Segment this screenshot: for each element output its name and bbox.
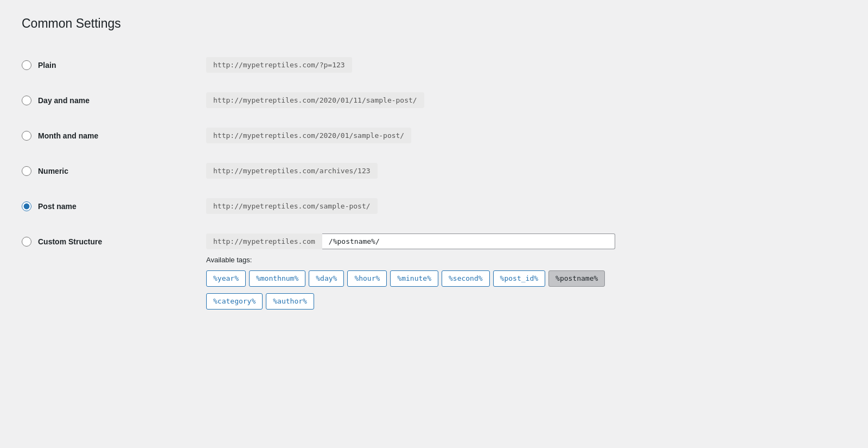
option-row-numeric: Numeric http://mypetreptiles.com/archive… (22, 153, 846, 188)
option-row-custom-structure: Custom Structure http://mypetreptiles.co… (22, 224, 846, 319)
radio-numeric[interactable] (22, 166, 31, 176)
radio-day-and-name[interactable] (22, 96, 31, 105)
tag-hour[interactable]: %hour% (347, 270, 387, 287)
settings-container: Plain http://mypetreptiles.com/?p=123 Da… (22, 47, 846, 319)
radio-plain[interactable] (22, 60, 31, 70)
custom-structure-input[interactable] (322, 234, 615, 249)
option-row-plain: Plain http://mypetreptiles.com/?p=123 (22, 47, 846, 83)
label-custom-structure: Custom Structure (38, 237, 102, 246)
option-row-month-and-name: Month and name http://mypetreptiles.com/… (22, 118, 846, 153)
tags-container-row2: %category% %author% (206, 293, 615, 310)
url-numeric: http://mypetreptiles.com/archives/123 (206, 163, 378, 179)
custom-structure-url-row: http://mypetreptiles.com (206, 234, 615, 249)
label-numeric: Numeric (38, 167, 68, 175)
tag-postname[interactable]: %postname% (548, 270, 605, 287)
custom-structure-col: http://mypetreptiles.com Available tags:… (206, 234, 615, 310)
page-title: Common Settings (22, 16, 846, 31)
label-day-and-name: Day and name (38, 96, 90, 105)
url-month-and-name: http://mypetreptiles.com/2020/01/sample-… (206, 128, 411, 143)
tag-author[interactable]: %author% (266, 293, 314, 310)
tag-post-id[interactable]: %post_id% (493, 270, 545, 287)
tag-monthnum[interactable]: %monthnum% (249, 270, 305, 287)
tags-container: %year% %monthnum% %day% %hour% %minute% … (206, 270, 615, 287)
available-tags-label: Available tags: (206, 256, 615, 264)
tag-year[interactable]: %year% (206, 270, 246, 287)
radio-post-name[interactable] (22, 201, 31, 211)
option-row-post-name: Post name http://mypetreptiles.com/sampl… (22, 188, 846, 224)
label-post-name: Post name (38, 202, 76, 211)
label-month-and-name: Month and name (38, 131, 98, 140)
url-plain: http://mypetreptiles.com/?p=123 (206, 57, 352, 73)
option-row-day-and-name: Day and name http://mypetreptiles.com/20… (22, 83, 846, 118)
radio-month-and-name[interactable] (22, 131, 31, 141)
tag-minute[interactable]: %minute% (390, 270, 438, 287)
label-plain: Plain (38, 61, 56, 70)
url-post-name: http://mypetreptiles.com/sample-post/ (206, 198, 378, 214)
custom-structure-base-url: http://mypetreptiles.com (206, 234, 322, 249)
tag-category[interactable]: %category% (206, 293, 263, 310)
url-day-and-name: http://mypetreptiles.com/2020/01/11/samp… (206, 92, 424, 108)
tag-day[interactable]: %day% (309, 270, 344, 287)
radio-custom-structure[interactable] (22, 237, 31, 247)
tag-second[interactable]: %second% (442, 270, 490, 287)
